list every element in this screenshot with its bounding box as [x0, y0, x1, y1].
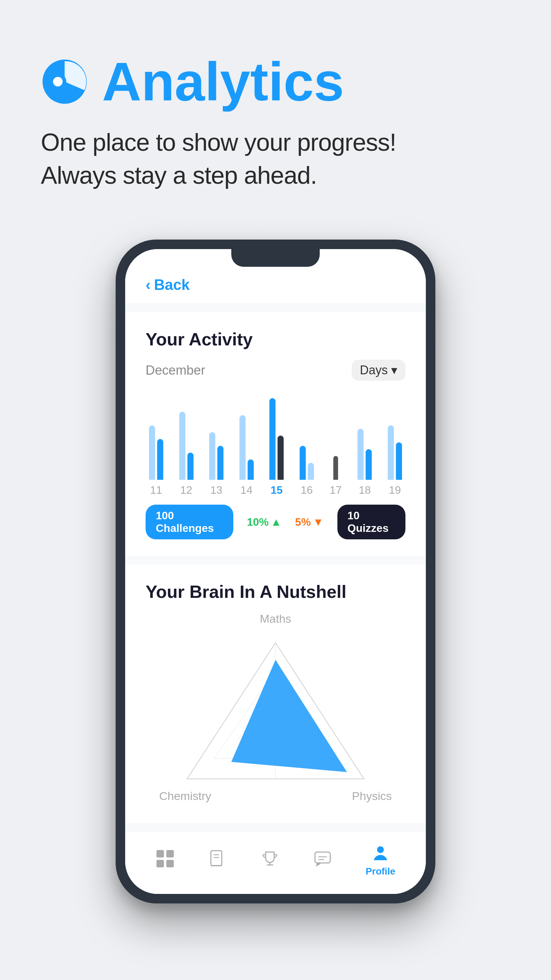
phone-container: ‹ Back Your Activity December Days ▾	[0, 240, 551, 904]
down-percent: 5%	[295, 516, 311, 528]
down-stat: 5% ▼	[295, 516, 324, 528]
bottom-nav: Profile	[125, 831, 426, 894]
bar-wrapper-12	[179, 391, 194, 480]
bar-wrapper-14	[240, 391, 254, 480]
quizzes-count: 10	[348, 509, 360, 522]
up-stat: 10% ▲	[247, 516, 282, 528]
challenges-label: Challenges	[156, 522, 214, 534]
bar-group-12: 12	[179, 391, 194, 496]
bar-black-17	[333, 456, 338, 480]
svg-rect-11	[166, 850, 174, 858]
bar-dark-15	[269, 398, 275, 480]
svg-rect-10	[156, 850, 164, 858]
bar-dark-13	[218, 446, 224, 480]
bar-dark-14	[248, 460, 254, 480]
bar-label-18: 18	[359, 484, 371, 496]
bar-group-18: 18	[357, 391, 372, 496]
down-arrow-icon: ▼	[313, 516, 324, 528]
svg-rect-13	[166, 860, 174, 867]
grid-icon	[156, 850, 175, 868]
radar-label-maths: Maths	[260, 612, 292, 625]
radar-chart: Maths	[146, 612, 405, 803]
bar-group-16: 16	[300, 391, 314, 496]
screen-content: ‹ Back Your Activity December Days ▾	[125, 249, 426, 894]
back-label: Back	[154, 276, 190, 293]
bar-label-14: 14	[240, 484, 253, 496]
bar-label-13: 13	[210, 484, 222, 496]
svg-point-2	[53, 77, 63, 86]
bar-group-17: 17	[330, 391, 342, 496]
activity-header: December Days ▾	[146, 360, 405, 381]
bar-group-14: 14	[240, 391, 254, 496]
bar-label-15: 15	[270, 484, 283, 496]
bar-wrapper-11	[149, 391, 163, 480]
bar-dark-12	[187, 453, 194, 480]
book-icon	[208, 850, 227, 868]
trophy-icon	[260, 850, 279, 868]
bar-chart: 11 12	[146, 395, 405, 496]
quizzes-badge: 10 Quizzes	[337, 504, 405, 539]
bar-group-13: 13	[209, 391, 224, 496]
bar-wrapper-17	[333, 391, 338, 480]
nav-item-book[interactable]	[208, 850, 227, 872]
svg-point-23	[377, 846, 384, 853]
svg-rect-12	[156, 860, 164, 867]
days-label: Days	[360, 363, 388, 377]
phone-screen: ‹ Back Your Activity December Days ▾	[125, 249, 426, 894]
page-title: Analytics	[102, 54, 344, 109]
bar-light-14	[240, 415, 246, 480]
brain-section: Your Brain In A Nutshell Maths	[125, 565, 426, 823]
bar-label-12: 12	[180, 484, 192, 496]
stats-row: 100 Challenges 10% ▲ 5% ▼ 10	[146, 504, 405, 539]
challenges-badge: 100 Challenges	[146, 504, 233, 539]
dropdown-arrow-icon: ▾	[391, 363, 397, 377]
activity-section: Your Activity December Days ▾	[125, 312, 426, 556]
svg-rect-20	[315, 852, 330, 863]
phone-frame: ‹ Back Your Activity December Days ▾	[116, 240, 435, 904]
bar-wrapper-19	[388, 391, 402, 480]
bar-wrapper-16	[300, 391, 314, 480]
back-button[interactable]: ‹ Back	[146, 276, 405, 293]
brain-title: Your Brain In A Nutshell	[146, 582, 405, 602]
radar-label-physics: Physics	[352, 789, 392, 803]
chat-icon	[313, 850, 332, 868]
title-row: Analytics	[41, 54, 510, 109]
nav-item-home[interactable]	[156, 850, 175, 872]
bar-label-11: 11	[150, 484, 162, 496]
days-dropdown[interactable]: Days ▾	[352, 360, 405, 381]
back-chevron-icon: ‹	[146, 276, 151, 293]
bar-dark-11	[157, 439, 163, 480]
radar-label-chemistry: Chemistry	[159, 789, 211, 803]
nav-label-profile: Profile	[366, 866, 395, 877]
bar-light-13	[209, 432, 215, 480]
bar-label-16: 16	[301, 484, 313, 496]
nav-item-trophy[interactable]	[260, 850, 279, 872]
bar-group-19: 19	[388, 391, 402, 496]
nav-item-chat[interactable]	[313, 850, 332, 872]
bar-light-16	[308, 463, 314, 480]
bar-black-15	[278, 436, 284, 480]
analytics-icon	[41, 58, 89, 105]
bar-group-11: 11	[149, 391, 163, 496]
radar-svg	[170, 633, 381, 796]
bar-light-11	[149, 425, 155, 480]
bar-dark-19	[396, 442, 402, 480]
up-arrow-icon: ▲	[271, 516, 282, 528]
bar-group-15: 15	[269, 391, 284, 496]
challenges-count: 100	[156, 509, 174, 522]
subtitle: One place to show your progress! Always …	[41, 126, 510, 192]
bar-label-19: 19	[389, 484, 401, 496]
bar-wrapper-15	[269, 391, 284, 480]
nav-item-profile[interactable]: Profile	[366, 844, 395, 877]
bar-light-18	[357, 429, 364, 480]
svg-marker-9	[231, 660, 347, 772]
bar-label-17: 17	[330, 484, 342, 496]
person-icon	[371, 844, 390, 862]
up-percent: 10%	[247, 516, 269, 528]
bar-wrapper-18	[357, 391, 372, 480]
quizzes-label: Quizzes	[348, 522, 389, 534]
bar-wrapper-13	[209, 391, 224, 480]
bar-dark-18	[366, 449, 372, 480]
month-label: December	[146, 363, 205, 378]
phone-notch	[231, 249, 320, 267]
